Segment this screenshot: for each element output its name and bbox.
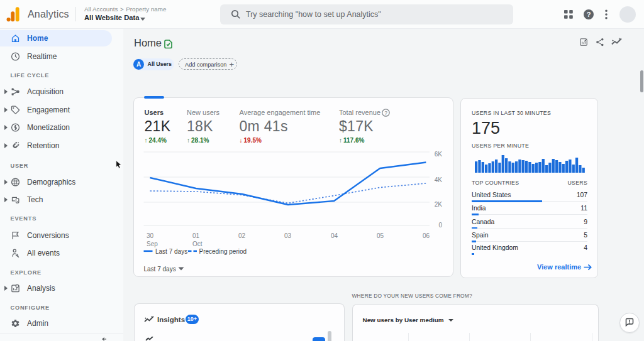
svg-text:6K: 6K <box>435 151 443 158</box>
svg-text:?: ? <box>384 110 387 116</box>
svg-text:03: 03 <box>284 232 292 239</box>
svg-text:02: 02 <box>238 232 246 239</box>
svg-text:Oct: Oct <box>192 241 203 247</box>
svg-text:Preceding period: Preceding period <box>199 248 247 255</box>
svg-text:Sep: Sep <box>147 241 158 247</box>
svg-text:30: 30 <box>147 232 154 239</box>
svg-text:4K: 4K <box>435 176 443 183</box>
svg-text:Last 7 days: Last 7 days <box>144 266 176 273</box>
svg-text:0: 0 <box>438 222 442 229</box>
svg-text:05: 05 <box>377 232 384 239</box>
svg-text:04: 04 <box>331 232 338 239</box>
svg-text:2K: 2K <box>435 201 443 208</box>
svg-text:01: 01 <box>192 232 200 239</box>
svg-text:06: 06 <box>423 232 430 239</box>
svg-text:Last 7 days: Last 7 days <box>155 248 187 255</box>
